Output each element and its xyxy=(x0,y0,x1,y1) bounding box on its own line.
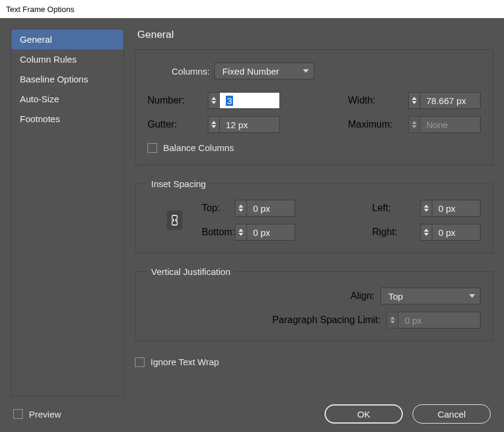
gutter-spinbox[interactable]: 12 px xyxy=(208,116,280,133)
width-value: 78.667 px xyxy=(426,96,466,106)
columns-label: Columns: xyxy=(172,66,214,76)
gutter-input[interactable]: 12 px xyxy=(220,116,280,133)
sidebar-item-label: Footnotes xyxy=(20,114,60,124)
number-input[interactable]: 3 xyxy=(220,92,280,109)
chevron-down-icon xyxy=(469,294,475,298)
vj-align-row: Align: Top xyxy=(148,288,481,304)
chevron-down-icon xyxy=(303,69,309,73)
arrow-up-icon xyxy=(211,121,216,124)
vj-psl-spinbox: 0 px xyxy=(387,312,481,329)
inset-top-value: 0 px xyxy=(253,203,270,214)
inset-top-label: Top: xyxy=(202,203,235,214)
arrow-down-icon xyxy=(390,321,395,324)
inset-right-stepper[interactable] xyxy=(420,224,432,241)
balance-columns-label: Balance Columns xyxy=(163,143,234,153)
vj-align-label: Align: xyxy=(350,291,375,301)
arrow-up-icon xyxy=(238,205,243,208)
sidebar: General Column Rules Baseline Options Au… xyxy=(11,29,124,396)
ignore-wrap-checkbox[interactable] xyxy=(135,357,145,367)
sidebar-item-label: Baseline Options xyxy=(20,74,88,84)
arrow-down-icon xyxy=(238,233,243,236)
sidebar-item-column-rules[interactable]: Column Rules xyxy=(11,49,123,69)
inset-top-input[interactable]: 0 px xyxy=(247,200,295,217)
maximum-label: Maximum: xyxy=(348,119,408,130)
content-panel: General Columns: Fixed Number Number: xyxy=(135,29,493,396)
sidebar-item-auto-size[interactable]: Auto-Size xyxy=(11,89,123,109)
arrow-down-icon xyxy=(238,209,243,212)
number-spinbox[interactable]: 3 xyxy=(208,92,280,109)
number-label: Number: xyxy=(148,95,208,106)
preview-label: Preview xyxy=(29,409,61,419)
sidebar-item-footnotes[interactable]: Footnotes xyxy=(11,109,123,129)
inset-top-stepper[interactable] xyxy=(235,200,247,217)
ok-button[interactable]: OK xyxy=(325,404,403,424)
columns-grid: Number: 3 Width: xyxy=(148,92,481,133)
cancel-button[interactable]: Cancel xyxy=(412,404,491,424)
footer-buttons: OK Cancel xyxy=(325,404,491,424)
sidebar-item-label: General xyxy=(20,34,52,45)
client-area: General Column Rules Baseline Options Au… xyxy=(0,18,504,432)
sidebar-item-general[interactable]: General xyxy=(11,29,123,49)
ok-label: OK xyxy=(357,409,370,419)
footer-left: Preview xyxy=(13,409,61,419)
inset-bottom-input[interactable]: 0 px xyxy=(247,224,295,241)
maximum-input: None xyxy=(420,116,481,133)
inset-bottom-value: 0 px xyxy=(253,227,270,238)
vj-psl-label: Paragraph Spacing Limit: xyxy=(272,315,381,326)
preview-checkbox[interactable] xyxy=(13,409,23,419)
inset-left-input[interactable]: 0 px xyxy=(432,200,481,217)
inset-top-spinbox[interactable]: 0 px xyxy=(235,200,372,217)
inset-left-stepper[interactable] xyxy=(420,200,432,217)
inset-right-value: 0 px xyxy=(438,227,455,238)
gutter-label: Gutter: xyxy=(148,119,208,130)
inset-bottom-stepper[interactable] xyxy=(235,224,247,241)
arrow-up-icon xyxy=(424,229,429,232)
inset-bottom-spinbox[interactable]: 0 px xyxy=(235,224,372,241)
inset-right-spinbox[interactable]: 0 px xyxy=(420,224,481,241)
width-spinbox[interactable]: 78.667 px xyxy=(408,92,481,109)
vj-psl-value: 0 px xyxy=(405,315,422,326)
chain-icon xyxy=(170,214,179,226)
inset-bottom-label: Bottom: xyxy=(202,227,235,238)
arrow-down-icon xyxy=(412,125,417,128)
ignore-wrap-row: Ignore Text Wrap xyxy=(135,357,493,367)
inset-left-value: 0 px xyxy=(438,203,455,214)
ignore-wrap-label: Ignore Text Wrap xyxy=(151,357,219,367)
columns-mode-dropdown[interactable]: Fixed Number xyxy=(214,63,314,79)
inset-right-input[interactable]: 0 px xyxy=(432,224,481,241)
arrow-up-icon xyxy=(211,97,216,100)
maximum-stepper xyxy=(408,116,420,133)
inset-right-label: Right: xyxy=(372,227,420,238)
arrow-up-icon xyxy=(412,97,417,100)
sidebar-item-label: Column Rules xyxy=(20,54,76,64)
vj-align-dropdown[interactable]: Top xyxy=(381,288,481,304)
arrow-down-icon xyxy=(211,125,216,128)
inset-left-label: Left: xyxy=(372,203,420,214)
width-label: Width: xyxy=(348,95,408,106)
vj-psl-row: Paragraph Spacing Limit: 0 px xyxy=(148,312,481,329)
width-input[interactable]: 78.667 px xyxy=(420,92,481,109)
inset-fieldset: Inset Spacing Top: 0 px Left: xyxy=(135,179,493,253)
dialog-window: Text Frame Options General Column Rules … xyxy=(0,0,504,432)
inset-legend: Inset Spacing xyxy=(148,179,210,189)
vj-legend: Vertical Justification xyxy=(148,267,234,277)
columns-fieldset: Columns: Fixed Number Number: xyxy=(135,49,493,165)
vj-fieldset: Vertical Justification Align: Top Paragr… xyxy=(135,267,493,341)
sidebar-item-baseline-options[interactable]: Baseline Options xyxy=(11,69,123,89)
gutter-stepper[interactable] xyxy=(208,116,220,133)
main-row: General Column Rules Baseline Options Au… xyxy=(0,18,504,396)
cancel-label: Cancel xyxy=(438,409,466,419)
balance-columns-row: Balance Columns xyxy=(148,143,481,153)
inset-grid: Top: 0 px Left: 0 xyxy=(148,200,481,241)
window-title: Text Frame Options xyxy=(6,5,74,14)
number-stepper[interactable] xyxy=(208,92,220,109)
page-title: General xyxy=(135,29,493,41)
link-values-icon[interactable] xyxy=(167,211,182,230)
inset-left-spinbox[interactable]: 0 px xyxy=(420,200,481,217)
balance-columns-checkbox[interactable] xyxy=(148,143,157,153)
width-stepper[interactable] xyxy=(408,92,420,109)
arrow-up-icon xyxy=(390,316,395,319)
arrow-down-icon xyxy=(424,233,429,236)
number-value: 3 xyxy=(226,96,233,106)
sidebar-item-label: Auto-Size xyxy=(20,94,59,104)
